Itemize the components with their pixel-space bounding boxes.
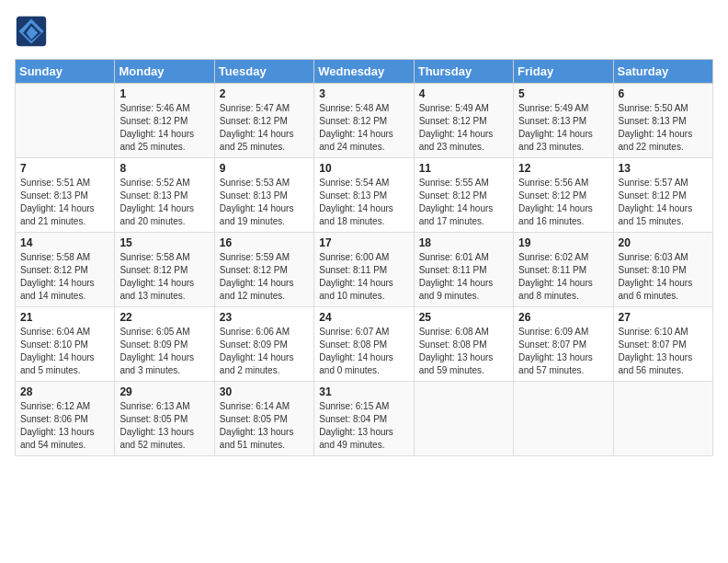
day-info: Sunrise: 5:50 AM Sunset: 8:13 PM Dayligh…	[619, 102, 708, 154]
col-header-monday: Monday	[115, 60, 214, 84]
day-number: 20	[619, 236, 708, 249]
day-number: 2	[220, 87, 309, 100]
day-info: Sunrise: 6:09 AM Sunset: 8:07 PM Dayligh…	[518, 326, 608, 377]
calendar-cell: 4Sunrise: 5:49 AM Sunset: 8:12 PM Daylig…	[414, 84, 513, 158]
day-number: 3	[319, 87, 408, 100]
col-header-tuesday: Tuesday	[214, 60, 313, 84]
day-info: Sunrise: 5:58 AM Sunset: 8:12 PM Dayligh…	[119, 251, 209, 303]
week-row-1: 1Sunrise: 5:46 AM Sunset: 8:12 PM Daylig…	[16, 84, 713, 158]
calendar-cell: 1Sunrise: 5:46 AM Sunset: 8:12 PM Daylig…	[115, 84, 214, 158]
calendar-cell	[514, 382, 613, 456]
calendar-cell: 29Sunrise: 6:13 AM Sunset: 8:05 PM Dayli…	[115, 382, 214, 456]
day-info: Sunrise: 5:56 AM Sunset: 8:12 PM Dayligh…	[518, 177, 608, 228]
day-number: 12	[518, 162, 608, 175]
day-info: Sunrise: 6:12 AM Sunset: 8:06 PM Dayligh…	[20, 400, 109, 452]
day-number: 30	[220, 385, 309, 398]
day-info: Sunrise: 5:58 AM Sunset: 8:12 PM Dayligh…	[20, 251, 109, 303]
calendar-cell	[16, 84, 115, 158]
day-number: 1	[119, 87, 209, 100]
calendar-cell: 23Sunrise: 6:06 AM Sunset: 8:09 PM Dayli…	[214, 307, 313, 382]
day-info: Sunrise: 6:13 AM Sunset: 8:05 PM Dayligh…	[119, 400, 209, 452]
week-row-2: 7Sunrise: 5:51 AM Sunset: 8:13 PM Daylig…	[16, 158, 713, 233]
calendar-cell: 18Sunrise: 6:01 AM Sunset: 8:11 PM Dayli…	[414, 233, 513, 307]
day-info: Sunrise: 5:46 AM Sunset: 8:12 PM Dayligh…	[119, 102, 209, 154]
day-info: Sunrise: 5:48 AM Sunset: 8:12 PM Dayligh…	[319, 102, 408, 154]
day-number: 21	[20, 311, 109, 324]
day-number: 16	[220, 236, 309, 249]
day-info: Sunrise: 6:00 AM Sunset: 8:11 PM Dayligh…	[319, 251, 408, 303]
calendar-cell: 7Sunrise: 5:51 AM Sunset: 8:13 PM Daylig…	[16, 158, 115, 233]
calendar-cell: 12Sunrise: 5:56 AM Sunset: 8:12 PM Dayli…	[514, 158, 613, 233]
calendar-cell: 11Sunrise: 5:55 AM Sunset: 8:12 PM Dayli…	[414, 158, 513, 233]
calendar-cell: 25Sunrise: 6:08 AM Sunset: 8:08 PM Dayli…	[414, 307, 513, 382]
week-row-4: 21Sunrise: 6:04 AM Sunset: 8:10 PM Dayli…	[16, 307, 713, 382]
day-number: 9	[220, 162, 309, 175]
calendar-cell: 28Sunrise: 6:12 AM Sunset: 8:06 PM Dayli…	[16, 382, 115, 456]
day-number: 5	[518, 87, 608, 100]
week-row-5: 28Sunrise: 6:12 AM Sunset: 8:06 PM Dayli…	[16, 382, 713, 456]
day-number: 4	[419, 87, 508, 100]
day-info: Sunrise: 5:47 AM Sunset: 8:12 PM Dayligh…	[220, 102, 309, 154]
calendar-cell: 17Sunrise: 6:00 AM Sunset: 8:11 PM Dayli…	[314, 233, 414, 307]
day-info: Sunrise: 6:08 AM Sunset: 8:08 PM Dayligh…	[419, 326, 508, 377]
calendar-cell: 15Sunrise: 5:58 AM Sunset: 8:12 PM Dayli…	[115, 233, 214, 307]
calendar-cell: 26Sunrise: 6:09 AM Sunset: 8:07 PM Dayli…	[514, 307, 613, 382]
day-number: 26	[518, 311, 608, 324]
day-number: 25	[419, 311, 508, 324]
calendar-cell	[414, 382, 513, 456]
calendar-cell: 27Sunrise: 6:10 AM Sunset: 8:07 PM Dayli…	[613, 307, 712, 382]
day-info: Sunrise: 6:03 AM Sunset: 8:10 PM Dayligh…	[619, 251, 708, 303]
calendar-cell: 31Sunrise: 6:15 AM Sunset: 8:04 PM Dayli…	[314, 382, 414, 456]
day-number: 27	[619, 311, 708, 324]
col-header-saturday: Saturday	[613, 60, 712, 84]
col-header-wednesday: Wednesday	[314, 60, 414, 84]
calendar-cell: 30Sunrise: 6:14 AM Sunset: 8:05 PM Dayli…	[214, 382, 313, 456]
day-number: 17	[319, 236, 408, 249]
logo-icon	[15, 15, 48, 48]
day-number: 10	[319, 162, 408, 175]
calendar-cell: 2Sunrise: 5:47 AM Sunset: 8:12 PM Daylig…	[214, 84, 313, 158]
col-header-thursday: Thursday	[414, 60, 513, 84]
week-row-3: 14Sunrise: 5:58 AM Sunset: 8:12 PM Dayli…	[16, 233, 713, 307]
day-number: 22	[119, 311, 209, 324]
calendar-cell: 19Sunrise: 6:02 AM Sunset: 8:11 PM Dayli…	[514, 233, 613, 307]
day-number: 7	[20, 162, 109, 175]
day-number: 13	[619, 162, 708, 175]
col-header-sunday: Sunday	[16, 60, 115, 84]
day-info: Sunrise: 5:51 AM Sunset: 8:13 PM Dayligh…	[20, 177, 109, 228]
calendar-table: SundayMondayTuesdayWednesdayThursdayFrid…	[15, 59, 713, 456]
day-info: Sunrise: 6:06 AM Sunset: 8:09 PM Dayligh…	[220, 326, 309, 377]
day-number: 18	[419, 236, 508, 249]
day-info: Sunrise: 6:01 AM Sunset: 8:11 PM Dayligh…	[419, 251, 508, 303]
day-number: 6	[619, 87, 708, 100]
day-info: Sunrise: 5:54 AM Sunset: 8:13 PM Dayligh…	[319, 177, 408, 228]
day-number: 14	[20, 236, 109, 249]
logo	[15, 15, 51, 48]
day-info: Sunrise: 5:59 AM Sunset: 8:12 PM Dayligh…	[220, 251, 309, 303]
calendar-cell: 5Sunrise: 5:49 AM Sunset: 8:13 PM Daylig…	[514, 84, 613, 158]
calendar-cell: 16Sunrise: 5:59 AM Sunset: 8:12 PM Dayli…	[214, 233, 313, 307]
day-info: Sunrise: 5:52 AM Sunset: 8:13 PM Dayligh…	[119, 177, 209, 228]
calendar-cell: 9Sunrise: 5:53 AM Sunset: 8:13 PM Daylig…	[214, 158, 313, 233]
calendar-cell: 6Sunrise: 5:50 AM Sunset: 8:13 PM Daylig…	[613, 84, 712, 158]
day-number: 29	[119, 385, 209, 398]
calendar-cell: 24Sunrise: 6:07 AM Sunset: 8:08 PM Dayli…	[314, 307, 414, 382]
day-info: Sunrise: 5:49 AM Sunset: 8:12 PM Dayligh…	[419, 102, 508, 154]
day-info: Sunrise: 5:55 AM Sunset: 8:12 PM Dayligh…	[419, 177, 508, 228]
day-info: Sunrise: 6:07 AM Sunset: 8:08 PM Dayligh…	[319, 326, 408, 377]
day-number: 23	[220, 311, 309, 324]
day-number: 19	[518, 236, 608, 249]
calendar-cell: 14Sunrise: 5:58 AM Sunset: 8:12 PM Dayli…	[16, 233, 115, 307]
calendar-cell: 10Sunrise: 5:54 AM Sunset: 8:13 PM Dayli…	[314, 158, 414, 233]
day-number: 28	[20, 385, 109, 398]
calendar-cell: 3Sunrise: 5:48 AM Sunset: 8:12 PM Daylig…	[314, 84, 414, 158]
calendar-cell: 21Sunrise: 6:04 AM Sunset: 8:10 PM Dayli…	[16, 307, 115, 382]
day-info: Sunrise: 5:57 AM Sunset: 8:12 PM Dayligh…	[619, 177, 708, 228]
day-info: Sunrise: 6:04 AM Sunset: 8:10 PM Dayligh…	[20, 326, 109, 377]
calendar-cell: 22Sunrise: 6:05 AM Sunset: 8:09 PM Dayli…	[115, 307, 214, 382]
day-number: 24	[319, 311, 408, 324]
day-info: Sunrise: 6:02 AM Sunset: 8:11 PM Dayligh…	[518, 251, 608, 303]
day-info: Sunrise: 5:49 AM Sunset: 8:13 PM Dayligh…	[518, 102, 608, 154]
day-info: Sunrise: 6:05 AM Sunset: 8:09 PM Dayligh…	[119, 326, 209, 377]
col-header-friday: Friday	[514, 60, 613, 84]
